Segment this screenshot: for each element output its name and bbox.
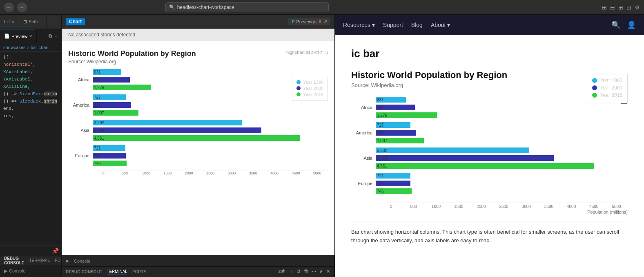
pin-icon[interactable]: 📌 — [52, 248, 59, 254]
preview-terminal-bar: ▶ Console — [62, 255, 334, 266]
terminal-tab[interactable]: TERMINAL — [107, 269, 127, 275]
debug-console-label[interactable]: DEBUG CONSOLE — [4, 256, 24, 265]
nav-blog[interactable]: Blog — [411, 22, 423, 28]
trash-icon[interactable]: 🗑 — [304, 268, 309, 275]
vscode-area: t U ✕ ⊞ Setti ··· 📄 Preview ✕ ⧉ ··· show… — [0, 15, 644, 277]
preview-chart-svg: 631Africa8141,276727America8411,0073,292… — [68, 69, 328, 167]
layout-icon-4[interactable]: ⊡ — [626, 4, 631, 11]
code-panel: t U ✕ ⊞ Setti ··· 📄 Preview ✕ ⧉ ··· show… — [0, 15, 61, 277]
preview-chart-source: Source: Wikipedia.org — [68, 59, 196, 65]
code-line: horizontal', — [0, 61, 61, 68]
close-term-icon[interactable]: ✕ — [326, 268, 330, 275]
preview-js-label: Preview.js — [296, 19, 316, 24]
nav-about[interactable]: About ▾ — [431, 22, 450, 28]
tab-preview-label: Preview — [11, 34, 27, 39]
preview-file-icon: 📄 — [4, 34, 10, 39]
code-line: () => SizedBox.shrin — [0, 98, 61, 105]
code-line: XAxisLine, — [0, 83, 61, 90]
layout-icon-2[interactable]: ⊟ — [610, 4, 615, 11]
storybook-icon: ⬆ — [318, 19, 322, 24]
split-term-icon[interactable]: ⧉ — [297, 268, 301, 275]
region-asia: 3,202Asia3,7144,561 — [351, 147, 628, 169]
code-line: end, — [0, 105, 61, 112]
ports-label[interactable]: PORTS — [55, 258, 61, 263]
ports-tab[interactable]: PORTS — [132, 270, 146, 274]
docs-panel: Resources ▾ Support Blog About ▾ 🔍 👤 ic … — [335, 15, 644, 277]
split-icon[interactable]: ⧉ — [49, 33, 52, 39]
docs-page-title: ic bar — [351, 47, 379, 60]
tab-u-close[interactable]: ✕ — [11, 20, 15, 24]
preview-chart-credit: highchart 따라하기 :) — [286, 49, 328, 56]
code-line: ies, — [0, 112, 61, 120]
code-line: XAxisLabel, — [0, 68, 61, 76]
debug-bar: DEBUG CONSOLE TERMINAL PORTS — [0, 256, 61, 265]
code-editor: ({ horizontal', XAxisLabel, YAxisLabel, … — [0, 52, 61, 246]
terminal-content: ▶ Console — [0, 265, 61, 277]
docs-chart-source: Source: Wikipedia.org — [351, 82, 628, 88]
terminal-prompt-icon2: ▶ — [66, 258, 69, 264]
docs-x-label: Population (millions) — [380, 210, 628, 214]
settings-icon[interactable]: ⚙ — [635, 4, 640, 11]
tab-u[interactable]: t U ✕ — [0, 15, 19, 29]
docs-legend-1990: Year 1990 — [600, 78, 622, 83]
docs-chart-title: Historic World Population by Region — [351, 70, 628, 80]
docs-nav-icons: 🔍 👤 — [611, 20, 636, 29]
preview-js-badge: P Preview.js ⬆ ↗ — [288, 18, 330, 25]
tab-setti[interactable]: ⊞ Setti ··· — [19, 15, 47, 29]
tab-setti-label: Setti ··· — [29, 19, 42, 24]
layout-icon-1[interactable]: ⊞ — [602, 4, 607, 11]
setti-icon: ⊞ — [23, 19, 27, 25]
preview-toolbar: Chart P Preview.js ⬆ ↗ — [62, 15, 334, 29]
region-europe: 721Europe726746 — [68, 145, 328, 167]
no-stories-banner: No associated stories detected — [62, 29, 334, 41]
docs-chart-wrapper: Historic World Population by Region Sour… — [351, 70, 628, 214]
region-europe: 721Europe726746 — [351, 172, 628, 194]
more-icon[interactable]: ··· — [55, 33, 59, 39]
docs-nav: Resources ▾ Support Blog About ▾ 🔍 👤 — [335, 15, 644, 35]
region-america: 727America8411,007 — [351, 122, 628, 144]
terminal-label[interactable]: TERMINAL — [29, 258, 50, 263]
chart-badge: Chart — [66, 18, 85, 25]
external-link-icon[interactable]: ↗ — [323, 19, 327, 24]
no-stories-text: No associated stories detected — [68, 32, 135, 38]
layout-icon-3[interactable]: ⊞ — [618, 4, 623, 11]
tab-preview-close[interactable]: ✕ — [29, 34, 32, 38]
user-nav-icon[interactable]: 👤 — [627, 20, 636, 29]
preview-p-icon: P — [292, 19, 294, 24]
forward-button[interactable]: → — [17, 2, 27, 12]
back-button[interactable]: ← — [4, 2, 14, 12]
url-text: headless-chart-workspace — [177, 4, 234, 10]
terminal-console-label: Console — [74, 259, 90, 264]
preview-chart-title: Historic World Population by Region — [68, 49, 196, 58]
search-icon: 🔍 — [169, 4, 175, 10]
browser-bar: ← → 🔍 headless-chart-workspace ⊞ ⊟ ⊞ ⊡ ⚙ — [0, 0, 644, 15]
tab-u-label: t U — [4, 19, 10, 24]
tab-preview[interactable]: 📄 Preview ✕ — [0, 29, 37, 43]
more-term-icon[interactable]: ··· — [312, 268, 316, 275]
zsh-label: zsh — [279, 268, 285, 275]
preview-bar-chart: Year 1990 Year 2000 Year 2018 631Africa8… — [68, 69, 328, 175]
chevron-up-icon[interactable]: ∧ — [319, 268, 323, 275]
breadcrumb: showcases > bar-chart — [0, 43, 61, 52]
docs-bar-chart-svg: 631Africa8141,276727America8411,0073,202… — [351, 96, 628, 194]
plus-icon[interactable]: ＋ — [289, 268, 294, 275]
code-line: ({ — [0, 54, 61, 61]
preview-panel: Chart P Preview.js ⬆ ↗ No associated sto… — [61, 15, 335, 277]
docs-x-axis: 0 500 1000 1500 2000 2500 3000 3500 4000… — [380, 203, 628, 209]
debug-console-tab[interactable]: DEBUG CONSOLE — [66, 270, 102, 274]
preview-tab-row: 📄 Preview ✕ ⧉ ··· — [0, 29, 61, 43]
url-bar[interactable]: 🔍 headless-chart-workspace — [165, 2, 329, 12]
preview-bottom-bar: DEBUG CONSOLE TERMINAL PORTS zsh ＋ ⧉ 🗑 ·… — [62, 266, 334, 277]
code-line: YAxisLabel, — [0, 76, 61, 83]
nav-support[interactable]: Support — [383, 22, 403, 28]
nav-resources[interactable]: Resources ▾ — [343, 22, 375, 28]
docs-legend-2000: Year 2000 — [600, 85, 622, 91]
docs-legend: Year 1990 Year 2000 Year 2018 — [587, 74, 628, 103]
region-asia: 3,292Asia3,7144,561 — [68, 119, 328, 141]
search-nav-icon[interactable]: 🔍 — [611, 20, 620, 29]
region-africa: 631Africa8141,276 — [68, 69, 328, 91]
docs-legend-2018: Year 2018 — [600, 92, 622, 98]
editor-tabs: t U ✕ ⊞ Setti ··· — [0, 15, 61, 29]
breadcrumb-text: showcases > bar-chart — [3, 45, 49, 50]
region-africa: 631Africa8141,276 — [351, 96, 628, 118]
